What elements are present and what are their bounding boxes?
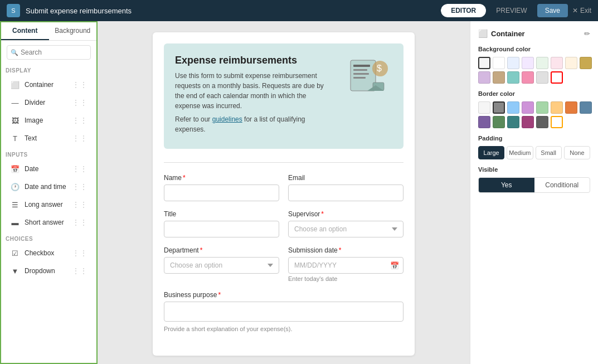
sidebar-item-label: Date <box>25 165 72 173</box>
svg-rect-4 <box>353 77 366 79</box>
visible-btn-yes[interactable]: Yes <box>479 178 534 192</box>
color-swatch-light-peach[interactable] <box>551 57 563 69</box>
color-swatch-light-green[interactable] <box>536 57 548 69</box>
border-swatch-dark-pink[interactable] <box>522 116 534 128</box>
color-swatch-gold[interactable] <box>580 57 592 69</box>
visible-title: Visible <box>478 166 590 173</box>
bg-color-title: Background color <box>478 46 590 52</box>
business-purpose-label: Business purpose* <box>164 291 403 299</box>
sidebar-tab-group: Content Background <box>1 22 96 41</box>
visible-options: Yes Conditional <box>478 177 590 193</box>
color-swatch-transparent[interactable] <box>478 57 490 69</box>
drag-handle[interactable]: ⋮⋮ <box>72 98 87 107</box>
submission-date-hint: Enter today's date <box>288 275 403 282</box>
sidebar-item-short-answer[interactable]: ▬ Short answer ⋮⋮ <box>6 213 92 231</box>
color-swatch-teal-light[interactable] <box>507 71 519 84</box>
sidebar-item-container[interactable]: ⬜ Container ⋮⋮ <box>6 76 92 94</box>
color-swatch-gray-light[interactable] <box>536 71 548 84</box>
border-swatch-dark-blue[interactable] <box>580 101 592 114</box>
save-button[interactable]: Save <box>537 4 568 17</box>
title-input[interactable] <box>164 221 279 237</box>
color-swatch-white[interactable] <box>493 57 505 69</box>
drag-handle[interactable]: ⋮⋮ <box>72 182 87 191</box>
padding-btn-medium[interactable]: Medium <box>507 146 533 159</box>
title-label: Title <box>164 210 279 218</box>
name-label: Name* <box>164 174 279 182</box>
banner-desc2: Refer to our guidelines for a list of qu… <box>175 114 333 134</box>
drag-handle[interactable]: ⋮⋮ <box>72 80 87 89</box>
submission-date-label: Submission date* <box>288 246 403 254</box>
edit-icon[interactable]: ✏ <box>584 30 590 38</box>
name-email-row: Name* Email <box>164 174 403 201</box>
title-field: Title <box>164 210 279 237</box>
drag-handle[interactable]: ⋮⋮ <box>72 116 87 125</box>
submission-date-input[interactable] <box>288 257 403 274</box>
section-display: DISPLAY ⬜ Container ⋮⋮ — Divider ⋮⋮ 🖼 Im… <box>1 64 96 148</box>
business-purpose-input[interactable] <box>164 302 403 322</box>
panel-title: Container <box>491 30 581 38</box>
padding-btn-none[interactable]: None <box>564 146 590 159</box>
border-swatch-dark-teal[interactable] <box>507 116 519 128</box>
color-swatch-pink-light[interactable] <box>522 71 534 84</box>
padding-options: Large Medium Small None <box>478 146 590 159</box>
sidebar-item-label: Checkbox <box>25 249 72 257</box>
tab-editor[interactable]: EDITOR <box>441 4 486 17</box>
border-swatch-dark-purple[interactable] <box>478 116 490 128</box>
border-swatch-dark-green[interactable] <box>493 116 505 128</box>
sidebar-item-checkbox[interactable]: ☑ Checkbox ⋮⋮ <box>6 244 92 262</box>
border-swatch-transparent[interactable] <box>478 101 490 114</box>
color-swatch-purple-light[interactable] <box>478 71 490 84</box>
border-swatch-orange[interactable] <box>551 101 563 114</box>
sidebar-tab-content[interactable]: Content <box>1 22 49 40</box>
drag-handle[interactable]: ⋮⋮ <box>72 218 87 227</box>
svg-rect-3 <box>353 73 369 75</box>
border-swatch-dark-gray[interactable] <box>493 101 505 114</box>
color-swatch-red-outline[interactable] <box>551 71 563 84</box>
supervisor-label: Supervisor* <box>288 210 403 218</box>
container-icon: ⬜ <box>10 80 20 90</box>
email-input[interactable] <box>288 185 403 201</box>
sidebar-item-long-answer[interactable]: ☰ Long answer ⋮⋮ <box>6 196 92 213</box>
calendar-icon: 📅 <box>390 261 399 270</box>
drag-handle[interactable]: ⋮⋮ <box>72 200 87 209</box>
drag-handle[interactable]: ⋮⋮ <box>72 134 87 143</box>
border-swatch-green[interactable] <box>536 101 548 114</box>
color-swatch-tan[interactable] <box>493 71 505 84</box>
border-swatch-dark-orange[interactable] <box>565 101 577 114</box>
visible-btn-conditional[interactable]: Conditional <box>534 178 590 192</box>
right-panel: ⬜ Container ✏ Background color Border co… <box>470 21 598 364</box>
drag-handle[interactable]: ⋮⋮ <box>72 249 87 258</box>
color-swatch-light-blue[interactable] <box>507 57 519 69</box>
padding-btn-large[interactable]: Large <box>478 146 504 159</box>
checkbox-icon: ☑ <box>10 248 20 258</box>
sidebar-item-label: Long answer <box>25 201 72 208</box>
border-swatch-blue[interactable] <box>507 101 519 114</box>
color-swatch-light-purple[interactable] <box>522 57 534 69</box>
drag-handle[interactable]: ⋮⋮ <box>72 266 87 275</box>
guidelines-link[interactable]: guidelines <box>212 115 242 123</box>
sidebar-item-text[interactable]: T Text ⋮⋮ <box>6 129 92 147</box>
search-input[interactable] <box>7 45 91 60</box>
border-swatch-orange-outline[interactable] <box>551 116 563 128</box>
sidebar-item-date[interactable]: 📅 Date ⋮⋮ <box>6 160 92 178</box>
topbar: S Submit expense reimbursements EDITOR P… <box>0 0 598 21</box>
padding-btn-small[interactable]: Small <box>536 146 562 159</box>
sidebar-item-image[interactable]: 🖼 Image ⋮⋮ <box>6 111 92 129</box>
sidebar-tab-background[interactable]: Background <box>49 22 97 40</box>
border-swatch-dark-gray2[interactable] <box>536 116 548 128</box>
supervisor-field: Supervisor* Choose an option <box>288 210 403 237</box>
tab-preview[interactable]: PREVIEW <box>486 4 537 17</box>
department-select[interactable]: Choose an option <box>164 257 279 274</box>
color-swatch-light-orange[interactable] <box>565 57 577 69</box>
section-choices: CHOICES ☑ Checkbox ⋮⋮ ▼ Dropdown ⋮⋮ <box>1 232 96 281</box>
exit-button[interactable]: ✕ Exit <box>572 7 591 14</box>
drag-handle[interactable]: ⋮⋮ <box>72 164 87 173</box>
sidebar-item-divider[interactable]: — Divider ⋮⋮ <box>6 94 92 111</box>
sidebar-item-dropdown[interactable]: ▼ Dropdown ⋮⋮ <box>6 262 92 280</box>
divider-icon: — <box>10 98 20 108</box>
sidebar-item-datetime[interactable]: 🕐 Date and time ⋮⋮ <box>6 178 92 196</box>
border-color-grid <box>478 101 590 128</box>
name-input[interactable] <box>164 185 279 201</box>
supervisor-select[interactable]: Choose an option <box>288 221 403 237</box>
border-swatch-purple[interactable] <box>522 101 534 114</box>
